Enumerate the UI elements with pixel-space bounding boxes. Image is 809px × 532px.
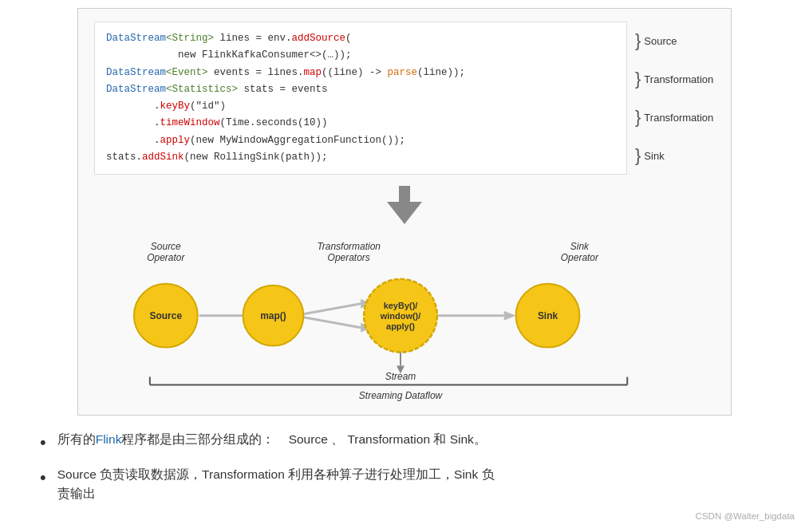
bullet-item-2: • Source 负责读取数据源，Transformation 利用各种算子进行… (40, 465, 769, 505)
code-line-3: DataStream<Event> events = lines.map((li… (106, 65, 615, 81)
svg-text:apply(): apply() (386, 321, 415, 331)
label-transform2-text: Transformation (644, 112, 713, 124)
label-transform2: } Transformation (635, 108, 715, 126)
watermark-text: CSDN @Walter_bigdata (696, 511, 795, 521)
code-line-8: stats.addSink(new RollingSink(path)); (106, 149, 615, 166)
label-sink-text: Sink (644, 150, 664, 162)
svg-text:Source: Source (150, 310, 183, 321)
bullet-dot-2: • (40, 463, 46, 491)
code-line-5: .keyBy("id") (106, 98, 615, 115)
label-sink: } Sink (635, 147, 715, 164)
bullet-item-1: • 所有的Flink程序都是由三部分组成的： Source 、 Transfor… (40, 430, 769, 456)
brace-t2: } (635, 108, 641, 126)
brace-source: } (635, 32, 641, 49)
svg-line-8 (294, 304, 361, 316)
svg-text:Stream: Stream (385, 371, 416, 382)
code-line-7: .apply(new MyWindowAggregationFunction()… (106, 132, 615, 149)
code-line-6: .timeWindow(Time.seconds(10)) (106, 115, 615, 132)
down-arrow-container (94, 186, 715, 224)
code-labels: } Source } Transformation } Transformati… (627, 22, 715, 175)
label-transform1-text: Transformation (644, 73, 713, 85)
brace-sink: } (635, 147, 641, 164)
bullet-text-1: 所有的Flink程序都是由三部分组成的： Source 、 Transforma… (57, 430, 769, 450)
svg-text:Operator: Operator (561, 252, 599, 263)
bullet-section: • 所有的Flink程序都是由三部分组成的： Source 、 Transfor… (32, 430, 777, 512)
dataflow-svg: Source Operator Transformation Operators… (102, 232, 707, 407)
dataflow-section: Source Operator Transformation Operators… (94, 232, 715, 407)
brace-t1: } (635, 70, 641, 88)
flink-highlight: Flink (96, 432, 122, 446)
code-line-1: DataStream<String> lines = env.addSource… (106, 30, 615, 47)
bullet-dot-1: • (40, 428, 46, 456)
diagram-box: DataStream<String> lines = env.addSource… (77, 8, 732, 416)
code-block: DataStream<String> lines = env.addSource… (94, 22, 627, 175)
label-transform1: } Transformation (635, 70, 715, 88)
svg-text:window()/: window()/ (380, 311, 421, 321)
svg-text:Operator: Operator (147, 252, 185, 263)
svg-text:Source: Source (151, 241, 181, 252)
svg-text:Sink: Sink (570, 241, 590, 252)
svg-text:Streaming Dataflow: Streaming Dataflow (359, 390, 444, 401)
svg-text:keyBy()/: keyBy()/ (384, 301, 418, 310)
svg-marker-13 (504, 311, 516, 321)
svg-line-10 (294, 316, 361, 328)
svg-text:Sink: Sink (538, 310, 558, 321)
svg-text:Transformation: Transformation (317, 241, 381, 252)
arrow-head (387, 202, 422, 224)
svg-text:map(): map() (260, 310, 286, 321)
page-container: DataStream<String> lines = env.addSource… (0, 0, 809, 528)
label-source: } Source (635, 32, 715, 49)
code-line-4: DataStream<Statistics> stats = events (106, 81, 615, 98)
watermark: CSDN @Walter_bigdata (696, 511, 795, 521)
svg-text:Operators: Operators (328, 252, 370, 263)
code-line-2: new FlinkKafkaConsumer<>(…)); (106, 47, 615, 64)
arrow-shaft (399, 186, 410, 202)
code-section: DataStream<String> lines = env.addSource… (94, 22, 715, 175)
bullet-text-2: Source 负责读取数据源，Transformation 利用各种算子进行处理… (57, 465, 769, 505)
label-source-text: Source (644, 35, 677, 47)
